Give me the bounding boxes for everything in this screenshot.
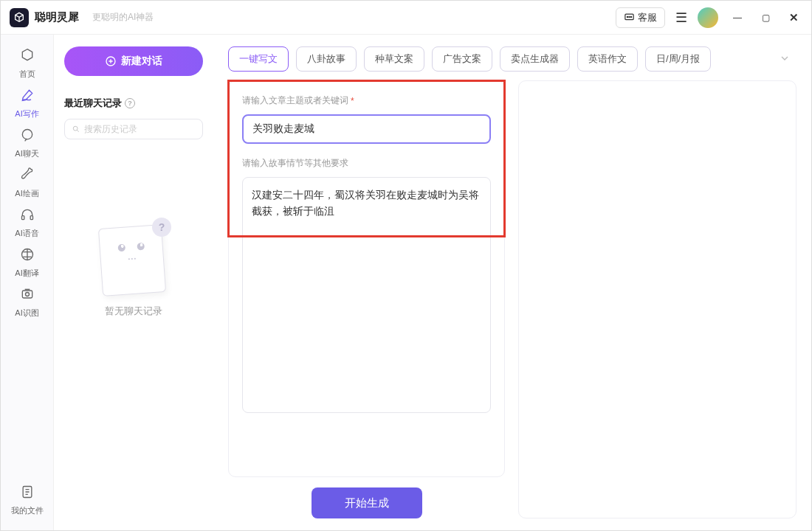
support-label: 客服 xyxy=(638,11,657,24)
svg-point-12 xyxy=(73,126,78,131)
tab-gossip-story[interactable]: 八卦故事 xyxy=(296,46,357,72)
search-icon xyxy=(72,124,80,134)
logo-icon xyxy=(10,8,29,27)
new-chat-button[interactable]: 新建对话 xyxy=(64,46,203,76)
close-button[interactable]: ✕ xyxy=(785,9,802,27)
svg-point-3 xyxy=(630,16,631,17)
nav-draw[interactable]: AI绘画 xyxy=(7,164,48,201)
expand-tabs-button[interactable] xyxy=(773,49,796,69)
headphone-icon xyxy=(20,207,35,226)
left-nav: 首页 AI写作 AI聊天 AI绘画 AI语音 AI翻译 AI识图 我 xyxy=(1,35,54,530)
chevron-down-icon xyxy=(779,52,791,64)
translate-icon xyxy=(20,247,35,266)
chat-icon xyxy=(20,128,35,146)
form-panel: 请输入文章主题或者关键词 * 请输入故事情节等其他要求 开始生成 xyxy=(228,80,505,518)
new-chat-label: 新建对话 xyxy=(121,55,162,68)
recent-header: 最近聊天记录 ? xyxy=(64,97,203,110)
tab-selling-point[interactable]: 卖点生成器 xyxy=(500,46,570,72)
template-tabs: 一键写文 八卦故事 种草文案 广告文案 卖点生成器 英语作文 日/周/月报 xyxy=(228,46,796,72)
svg-rect-8 xyxy=(22,291,32,298)
nav-label: AI聊天 xyxy=(15,148,38,159)
output-panel xyxy=(518,80,796,518)
tab-seed-copy[interactable]: 种草文案 xyxy=(364,46,424,72)
pen-icon xyxy=(20,88,35,106)
file-icon xyxy=(20,485,35,503)
tab-onekey-write[interactable]: 一键写文 xyxy=(228,46,289,72)
svg-point-1 xyxy=(627,16,627,17)
sidebar: 新建对话 最近聊天记录 ? ? 暂无聊天记录 xyxy=(54,35,213,530)
svg-point-4 xyxy=(22,129,32,139)
minimize-button[interactable]: — xyxy=(729,9,746,27)
tab-english-essay[interactable]: 英语作文 xyxy=(577,46,638,72)
tab-ad-copy[interactable]: 广告文案 xyxy=(432,46,492,72)
brush-icon xyxy=(20,167,35,186)
nav-chat[interactable]: AI聊天 xyxy=(7,125,48,162)
nav-home[interactable]: 首页 xyxy=(7,45,48,82)
generate-button[interactable]: 开始生成 xyxy=(312,487,422,518)
logo-text: 聪明灵犀 xyxy=(35,10,79,24)
empty-text: 暂无聊天记录 xyxy=(105,305,162,318)
help-icon[interactable]: ? xyxy=(125,98,135,108)
topic-input[interactable] xyxy=(242,114,491,144)
content-area: 一键写文 八卦故事 种草文案 广告文案 卖点生成器 英语作文 日/周/月报 请输… xyxy=(213,35,811,530)
svg-point-9 xyxy=(25,292,29,296)
svg-rect-5 xyxy=(21,215,24,219)
tab-report[interactable]: 日/周/月报 xyxy=(645,46,711,72)
nav-label: 首页 xyxy=(19,69,35,80)
chat-bubble-icon xyxy=(624,12,635,23)
search-input[interactable] xyxy=(84,124,195,134)
nav-label: AI识图 xyxy=(15,308,38,319)
image-icon xyxy=(20,287,35,305)
svg-point-2 xyxy=(629,16,630,17)
tagline: 更聪明的AI神器 xyxy=(92,11,154,24)
plus-circle-icon xyxy=(105,55,117,67)
question-badge-icon: ? xyxy=(152,218,171,237)
avatar[interactable] xyxy=(698,7,718,28)
topic-label: 请输入文章主题或者关键词 * xyxy=(242,94,491,107)
menu-icon[interactable]: ☰ xyxy=(675,10,687,26)
nav-label: 我的文件 xyxy=(11,505,44,516)
svg-rect-6 xyxy=(30,215,32,219)
nav-label: AI绘画 xyxy=(15,188,38,199)
nav-translate[interactable]: AI翻译 xyxy=(7,244,48,281)
search-box[interactable] xyxy=(64,119,203,139)
nav-label: AI写作 xyxy=(15,108,38,119)
details-label: 请输入故事情节等其他要求 xyxy=(242,157,491,170)
maximize-button[interactable]: ▢ xyxy=(757,9,774,27)
required-star-icon: * xyxy=(351,96,354,106)
support-button[interactable]: 客服 xyxy=(616,7,665,28)
titlebar: 聪明灵犀 更聪明的AI神器 客服 ☰ — ▢ ✕ xyxy=(1,1,811,35)
empty-state: ? 暂无聊天记录 xyxy=(64,221,203,318)
logo: 聪明灵犀 更聪明的AI神器 xyxy=(10,8,154,27)
empty-illustration: ? xyxy=(93,221,174,294)
nav-label: AI翻译 xyxy=(15,268,38,279)
nav-label: AI语音 xyxy=(15,228,38,239)
home-icon xyxy=(20,48,35,66)
details-textarea[interactable] xyxy=(242,177,491,413)
nav-voice[interactable]: AI语音 xyxy=(7,204,48,241)
nav-myfiles[interactable]: 我的文件 xyxy=(7,482,48,518)
nav-write[interactable]: AI写作 xyxy=(7,85,48,122)
nav-image[interactable]: AI识图 xyxy=(7,284,48,321)
